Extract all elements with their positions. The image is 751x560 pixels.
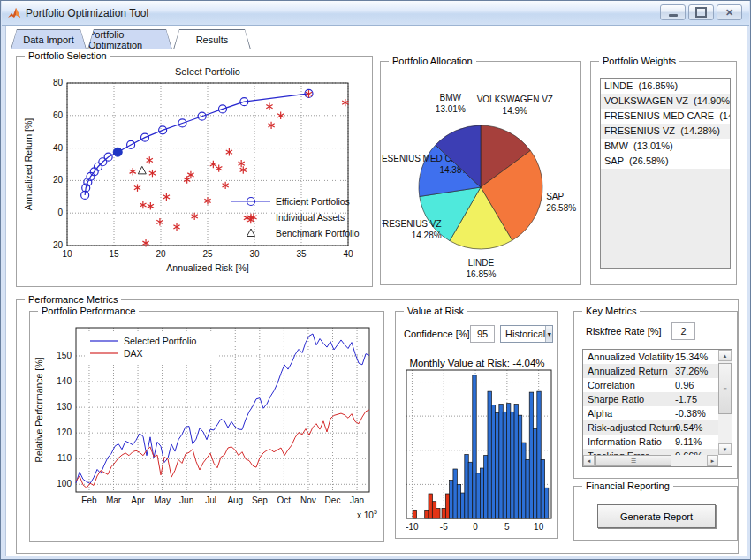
generate-report-button[interactable]: Generate Report xyxy=(597,504,716,528)
svg-text:120: 120 xyxy=(57,428,72,437)
panel-title: Value at Risk xyxy=(404,306,467,316)
svg-text:Selected Portfolio: Selected Portfolio xyxy=(124,336,196,346)
var-title: Monthly Value at Risk: -4.04% xyxy=(396,358,558,368)
svg-text:Aug: Aug xyxy=(227,496,243,505)
tab-portfolio-optimization[interactable]: Portfolio Optimization xyxy=(87,29,172,49)
svg-text:13.01%: 13.01% xyxy=(436,104,466,114)
svg-text:x 105: x 105 xyxy=(357,509,377,520)
var-histogram-chart: -10-50510 xyxy=(399,368,555,540)
svg-text:Dec: Dec xyxy=(325,496,341,505)
svg-text:BMW: BMW xyxy=(440,93,462,102)
close-button[interactable]: ✕ xyxy=(717,4,742,20)
svg-text:30: 30 xyxy=(249,249,260,259)
vertical-scroll-thumb[interactable]: ≡ xyxy=(718,363,732,414)
portfolio-performance-panel: Portfolio Performance FebMarAprMayJunJul… xyxy=(29,311,384,542)
svg-text:Benchmark Portfolio: Benchmark Portfolio xyxy=(276,228,360,238)
svg-text:-20: -20 xyxy=(50,240,64,250)
panel-title: Key Metrics xyxy=(582,306,640,316)
table-row: Annualized Return37.26% xyxy=(583,364,718,378)
client-area: Data Import Portfolio Optimization Resul… xyxy=(5,26,747,556)
svg-text:100: 100 xyxy=(57,479,72,488)
svg-text:15: 15 xyxy=(109,249,119,259)
svg-text:0: 0 xyxy=(57,208,63,217)
confidence-label: Confidence [%] xyxy=(404,329,470,339)
allocation-pie-chart: VOLKSWAGEN VZ14.9%SAP26.58%LINDE16.85%FR… xyxy=(382,65,580,286)
key-metrics-table[interactable]: Annualized Volatility15.34%Annualized Re… xyxy=(582,349,732,467)
tab-data-import[interactable]: Data Import xyxy=(11,29,87,49)
table-row: Correlation0.96 xyxy=(583,378,718,392)
key-metrics-rows: Annualized Volatility15.34%Annualized Re… xyxy=(583,350,718,455)
svg-text:LINDE: LINDE xyxy=(468,258,495,268)
scroll-left-icon[interactable]: ◄ xyxy=(583,455,595,466)
svg-text:60: 60 xyxy=(53,110,64,120)
list-item[interactable]: SAP (26.58%) xyxy=(601,154,730,169)
scroll-down-icon[interactable]: ▼ xyxy=(718,443,732,455)
svg-text:VOLKSWAGEN VZ: VOLKSWAGEN VZ xyxy=(477,95,553,104)
svg-text:Feb: Feb xyxy=(81,496,97,505)
riskfree-label: Riskfree Rate [%] xyxy=(586,326,662,337)
svg-text:40: 40 xyxy=(53,143,64,153)
svg-text:130: 130 xyxy=(57,402,72,412)
svg-text:14.9%: 14.9% xyxy=(503,106,527,116)
scroll-up-icon[interactable]: ▲ xyxy=(718,350,732,361)
vertical-scrollbar[interactable]: ▲ ≡ ▼ xyxy=(718,350,732,455)
list-item[interactable]: LINDE (16.85%) xyxy=(601,79,730,94)
scroll-right-icon[interactable]: ► xyxy=(707,455,718,466)
svg-text:-10: -10 xyxy=(406,522,419,532)
list-item[interactable]: BMW (13.01%) xyxy=(601,139,730,154)
portfolio-selection-panel: Portfolio Selection 10152025303540-20020… xyxy=(16,56,373,287)
title-bar: Portfolio Optimization Tool ✕ xyxy=(2,1,749,26)
svg-text:10: 10 xyxy=(534,522,544,532)
minimize-button[interactable] xyxy=(660,4,686,20)
svg-text:16.85%: 16.85% xyxy=(467,269,497,279)
app-window: Portfolio Optimization Tool ✕ Data Impor… xyxy=(0,0,751,560)
panel-title: Portfolio Selection xyxy=(25,50,110,61)
svg-text:Efficient Portfolios: Efficient Portfolios xyxy=(276,196,350,207)
tab-results[interactable]: Results xyxy=(173,29,251,49)
svg-text:20: 20 xyxy=(53,175,64,185)
var-method-dropdown[interactable]: Historical ▼ xyxy=(500,325,553,343)
weights-listbox[interactable]: LINDE (16.85%)VOLKSWAGEN VZ (14.90%)FRES… xyxy=(600,78,731,269)
maximize-button[interactable] xyxy=(688,4,714,20)
horizontal-scrollbar[interactable]: ◄ ☰ ► xyxy=(583,455,718,466)
svg-text:DAX: DAX xyxy=(124,348,143,359)
svg-text:110: 110 xyxy=(57,453,72,463)
list-item[interactable]: FRESENIUS MED CARE (14.3... xyxy=(601,109,730,124)
window-title: Portfolio Optimization Tool xyxy=(26,7,148,19)
list-item[interactable]: VOLKSWAGEN VZ (14.90%) xyxy=(601,94,730,109)
svg-text:Relative Performance [%]: Relative Performance [%] xyxy=(34,357,44,462)
list-item[interactable]: FRESENIUS VZ (14.28%) xyxy=(601,124,730,139)
svg-text:Mar: Mar xyxy=(106,496,122,505)
table-row: Sharpe Ratio-1.75 xyxy=(583,392,718,406)
riskfree-input[interactable] xyxy=(671,322,695,340)
svg-text:150: 150 xyxy=(57,351,72,360)
key-metrics-panel: Key Metrics Riskfree Rate [%] Annualized… xyxy=(573,311,738,479)
horizontal-scroll-thumb[interactable]: ☰ xyxy=(595,455,671,466)
svg-text:25: 25 xyxy=(202,249,213,259)
value-at-risk-panel: Value at Risk Confidence [%] Historical … xyxy=(395,311,558,539)
svg-text:Sep: Sep xyxy=(252,496,268,505)
svg-text:Jun: Jun xyxy=(179,496,193,505)
svg-text:20: 20 xyxy=(156,249,166,259)
table-row: Alpha-0.38% xyxy=(583,406,718,420)
svg-text:Apr: Apr xyxy=(131,496,145,505)
svg-text:35: 35 xyxy=(296,249,307,259)
svg-text:5: 5 xyxy=(504,522,510,532)
panel-title: Portfolio Performance xyxy=(38,306,139,316)
svg-text:0: 0 xyxy=(473,522,478,532)
svg-text:Annualized Risk [%]: Annualized Risk [%] xyxy=(166,262,248,273)
svg-text:-5: -5 xyxy=(440,522,448,532)
svg-text:May: May xyxy=(154,496,171,505)
svg-text:SAP: SAP xyxy=(546,192,564,201)
panel-title: Portfolio Weights xyxy=(599,56,679,66)
svg-text:Annualized Return [%]: Annualized Return [%] xyxy=(23,118,34,211)
table-row: Annualized Volatility15.34% xyxy=(583,350,718,364)
chevron-down-icon[interactable]: ▼ xyxy=(545,326,552,342)
confidence-input[interactable] xyxy=(470,325,495,343)
efficient-frontier-chart[interactable]: 10152025303540-20020406080Select Portfol… xyxy=(19,62,369,286)
financial-reporting-panel: Financial Reporting Generate Report xyxy=(573,486,738,541)
svg-text:Jan: Jan xyxy=(350,496,364,505)
performance-chart: FebMarAprMayJunJulAugSepOctNovDecJan1001… xyxy=(32,319,382,543)
svg-text:140: 140 xyxy=(57,376,72,386)
portfolio-weights-panel: Portfolio Weights LINDE (16.85%)VOLKSWAG… xyxy=(590,61,737,285)
